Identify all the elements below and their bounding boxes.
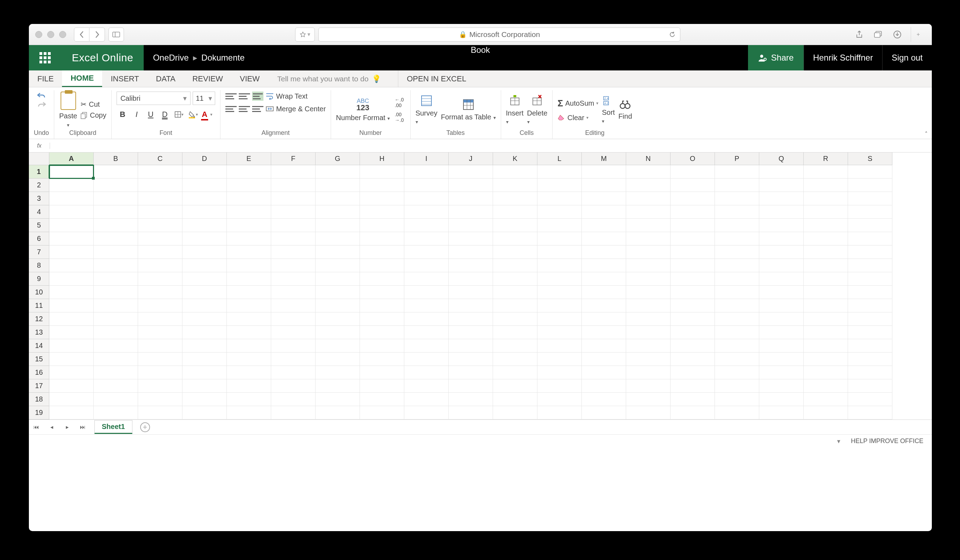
cell[interactable]: [759, 406, 804, 419]
cell[interactable]: [138, 165, 182, 179]
cell[interactable]: [271, 312, 315, 326]
cell[interactable]: [49, 205, 94, 219]
double-underline-button[interactable]: D: [159, 109, 171, 120]
cell[interactable]: [715, 299, 759, 312]
row-header[interactable]: 1: [29, 165, 49, 179]
merge-center-button[interactable]: Merge & Center: [266, 105, 326, 113]
cell[interactable]: [360, 205, 404, 219]
cell[interactable]: [49, 393, 94, 406]
share-icon[interactable]: [851, 27, 867, 42]
number-format-button[interactable]: ABC123 Number Format ▾: [336, 98, 390, 122]
cell[interactable]: [449, 286, 493, 299]
add-sheet-button[interactable]: +: [140, 422, 150, 432]
breadcrumb-item[interactable]: Dokumente: [202, 53, 245, 63]
cell[interactable]: [49, 312, 94, 326]
paste-button[interactable]: Paste ▾: [59, 91, 77, 128]
cell[interactable]: [715, 352, 759, 366]
cell[interactable]: [538, 286, 582, 299]
cell[interactable]: [626, 379, 670, 393]
cell[interactable]: [670, 272, 715, 286]
cell[interactable]: [227, 339, 271, 352]
cell[interactable]: [626, 232, 670, 245]
cell[interactable]: [804, 366, 848, 379]
cell[interactable]: [759, 393, 804, 406]
row-header[interactable]: 8: [29, 259, 49, 272]
cell[interactable]: [94, 192, 138, 205]
cell[interactable]: [804, 245, 848, 259]
cell[interactable]: [670, 219, 715, 232]
cell[interactable]: [138, 259, 182, 272]
underline-button[interactable]: U: [145, 109, 157, 120]
redo-button[interactable]: [37, 101, 46, 109]
cell[interactable]: [715, 245, 759, 259]
row-header[interactable]: 15: [29, 352, 49, 366]
cell[interactable]: [94, 245, 138, 259]
cell[interactable]: [315, 205, 360, 219]
cell[interactable]: [848, 165, 893, 179]
cell[interactable]: [538, 179, 582, 192]
align-bottom-button[interactable]: [252, 91, 263, 101]
cell[interactable]: [138, 219, 182, 232]
cell[interactable]: [626, 192, 670, 205]
row-header[interactable]: 12: [29, 312, 49, 326]
cell[interactable]: [759, 165, 804, 179]
column-header[interactable]: O: [670, 152, 715, 165]
cell[interactable]: [804, 393, 848, 406]
row-header[interactable]: 10: [29, 286, 49, 299]
cell[interactable]: [315, 219, 360, 232]
cell[interactable]: [94, 232, 138, 245]
cell[interactable]: [182, 339, 227, 352]
column-header[interactable]: C: [138, 152, 182, 165]
tab-home[interactable]: HOME: [62, 70, 102, 87]
cell[interactable]: [227, 165, 271, 179]
cell[interactable]: [138, 339, 182, 352]
cell[interactable]: [538, 299, 582, 312]
cell[interactable]: [49, 379, 94, 393]
cell[interactable]: [360, 219, 404, 232]
cell[interactable]: [404, 339, 449, 352]
cell[interactable]: [538, 339, 582, 352]
cell[interactable]: [538, 232, 582, 245]
cell[interactable]: [759, 205, 804, 219]
cell[interactable]: [94, 312, 138, 326]
cell[interactable]: [49, 259, 94, 272]
cell[interactable]: [848, 232, 893, 245]
cell[interactable]: [582, 272, 626, 286]
cell[interactable]: [582, 339, 626, 352]
cell[interactable]: [138, 272, 182, 286]
cell[interactable]: [848, 393, 893, 406]
cell[interactable]: [538, 219, 582, 232]
cell[interactable]: [227, 245, 271, 259]
cell[interactable]: [404, 192, 449, 205]
status-menu-button[interactable]: ▾: [837, 437, 840, 445]
cell[interactable]: [804, 219, 848, 232]
cell[interactable]: [626, 272, 670, 286]
cell[interactable]: [315, 326, 360, 339]
cell[interactable]: [182, 179, 227, 192]
share-button[interactable]: Share: [748, 45, 804, 70]
cell[interactable]: [449, 219, 493, 232]
fill-color-button[interactable]: ▾: [187, 109, 199, 120]
cell[interactable]: [715, 232, 759, 245]
cell[interactable]: [626, 165, 670, 179]
cell[interactable]: [804, 259, 848, 272]
row-header[interactable]: 6: [29, 232, 49, 245]
cell[interactable]: [804, 312, 848, 326]
cell[interactable]: [404, 366, 449, 379]
cell[interactable]: [138, 192, 182, 205]
cell[interactable]: [360, 366, 404, 379]
cell[interactable]: [271, 165, 315, 179]
cell[interactable]: [49, 366, 94, 379]
reload-icon[interactable]: [669, 31, 676, 38]
cell[interactable]: [538, 352, 582, 366]
cell[interactable]: [315, 232, 360, 245]
cell[interactable]: [538, 192, 582, 205]
first-sheet-button[interactable]: ⏮: [32, 424, 40, 430]
cell[interactable]: [315, 286, 360, 299]
cell[interactable]: [804, 406, 848, 419]
cell[interactable]: [449, 192, 493, 205]
cell[interactable]: [360, 299, 404, 312]
cell[interactable]: [804, 326, 848, 339]
increase-decimal-button[interactable]: ←.0.00: [394, 96, 405, 109]
cell[interactable]: [538, 326, 582, 339]
